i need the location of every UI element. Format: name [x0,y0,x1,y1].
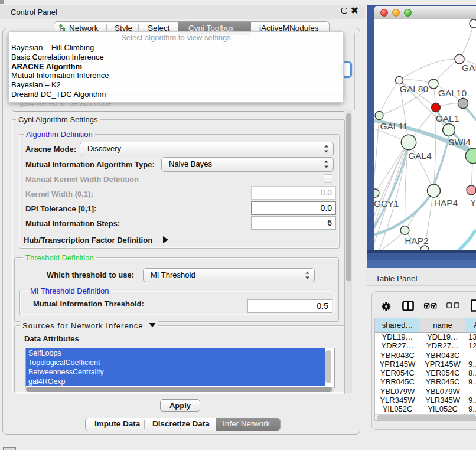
svg-text:SWI4: SWI4 [448,137,471,147]
svg-text:GCY1: GCY1 [374,198,399,208]
svg-text:GAL10: GAL10 [438,88,467,98]
svg-text:GAL4: GAL4 [408,151,432,161]
svg-text:HAP2: HAP2 [405,236,429,246]
svg-text:GAL1: GAL1 [436,113,459,123]
svg-text:HAP4: HAP4 [434,198,458,208]
svg-text:GAL11: GAL11 [380,121,407,131]
svg-text:GAL80: GAL80 [400,84,429,94]
svg-text:GAL2: GAL2 [462,63,476,73]
svg-text:YJ: YJ [470,197,476,207]
